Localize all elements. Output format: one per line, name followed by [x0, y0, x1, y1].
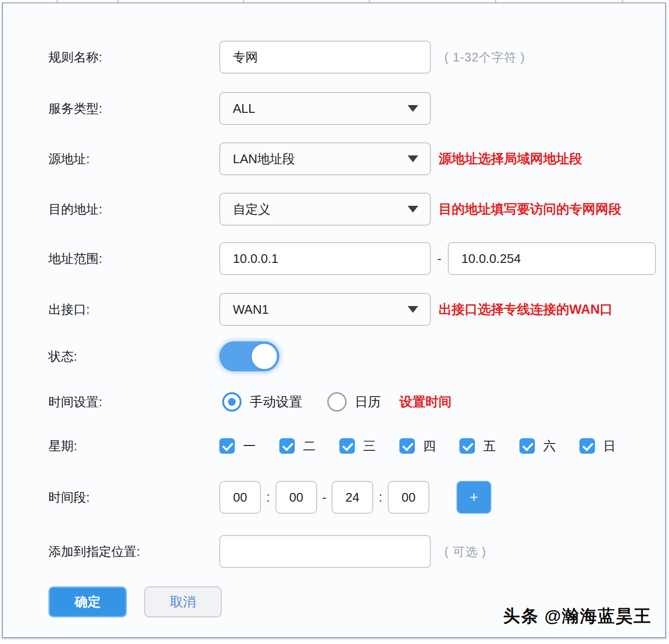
weekday-checkbox-label[interactable]: 四: [423, 438, 436, 455]
source-address-value: LAN地址段: [233, 151, 295, 168]
address-range-end-input[interactable]: [448, 242, 656, 275]
out-interface-value: WAN1: [233, 302, 269, 317]
status-label: 状态:: [48, 348, 219, 365]
start-hour-input[interactable]: [219, 481, 261, 514]
address-range-start-input[interactable]: [219, 242, 431, 275]
dest-address-value: 自定义: [233, 201, 271, 218]
dest-address-select[interactable]: 自定义: [219, 193, 431, 226]
time-range-label: 时间段:: [48, 489, 219, 506]
out-interface-select[interactable]: WAN1: [219, 293, 431, 326]
weekday-item: 一: [219, 438, 256, 455]
source-address-label: 源地址:: [48, 151, 219, 168]
weekday-checkbox-label[interactable]: 二: [303, 438, 316, 455]
time-setting-label: 时间设置:: [48, 394, 219, 411]
time-range-row: 时间段: : - : +: [48, 481, 491, 514]
toggle-knob: [250, 342, 278, 370]
calendar-time-radio-label[interactable]: 日历: [355, 393, 381, 411]
service-type-row: 服务类型: ALL: [48, 92, 431, 125]
rule-name-input[interactable]: [219, 41, 431, 74]
chevron-down-icon: [408, 306, 418, 313]
start-minute-input[interactable]: [275, 481, 317, 514]
position-input[interactable]: [219, 535, 431, 568]
weekday-checkbox-mon[interactable]: [219, 438, 235, 454]
time-colon: :: [373, 490, 388, 505]
position-label: 添加到指定位置:: [48, 543, 219, 560]
address-range-row: 地址范围: -: [48, 242, 656, 275]
rule-name-hint: ( 1-32个字符 ): [444, 49, 525, 65]
time-dash: -: [317, 490, 332, 505]
source-address-row: 源地址: LAN地址段 源地址选择局域网地址段: [48, 142, 582, 175]
weekday-checkbox-label[interactable]: 日: [603, 438, 616, 455]
weekday-checkbox-sat[interactable]: [519, 438, 535, 454]
weekday-item: 五: [459, 438, 496, 455]
weekday-checkbox-sun[interactable]: [579, 438, 595, 454]
add-rule-dialog: 规则名称: ( 1-32个字符 ) 服务类型: ALL 源地址: LAN地址段 …: [2, 2, 666, 638]
confirm-button[interactable]: 确定: [48, 586, 127, 617]
dest-address-label: 目的地址:: [48, 201, 219, 218]
manual-time-radio[interactable]: [222, 392, 242, 412]
time-colon: :: [261, 490, 275, 505]
end-minute-input[interactable]: [388, 481, 429, 514]
end-hour-input[interactable]: [332, 481, 373, 514]
weekday-row: 星期: 一 二 三 四 五 六 日: [48, 438, 639, 454]
weekday-checkbox-thu[interactable]: [399, 438, 415, 454]
dest-address-note: 目的地址填写要访问的专网网段: [439, 200, 622, 218]
weekday-checkbox-label[interactable]: 一: [243, 438, 256, 455]
address-range-separator: -: [431, 251, 448, 266]
service-type-label: 服务类型:: [48, 100, 219, 117]
service-type-value: ALL: [233, 101, 255, 116]
address-range-label: 地址范围:: [48, 250, 219, 267]
position-row: 添加到指定位置: ( 可选 ): [48, 535, 487, 568]
status-toggle[interactable]: [219, 341, 279, 371]
weekday-item: 三: [339, 438, 376, 455]
weekday-checkbox-tue[interactable]: [279, 438, 295, 454]
rule-name-label: 规则名称:: [48, 49, 219, 66]
weekday-item: 六: [519, 438, 556, 455]
service-type-select[interactable]: ALL: [219, 92, 431, 125]
time-setting-row: 时间设置: 手动设置 日历 设置时间: [48, 392, 452, 412]
weekday-item: 四: [399, 438, 436, 455]
out-interface-note: 出接口选择专线连接的WAN口: [439, 301, 613, 318]
weekday-checkbox-label[interactable]: 三: [363, 438, 376, 455]
time-setting-note: 设置时间: [399, 393, 452, 411]
action-buttons-row: 确定 取消: [48, 586, 222, 617]
weekday-item: 日: [579, 438, 616, 455]
weekday-label: 星期:: [48, 438, 219, 455]
add-time-range-button[interactable]: +: [456, 481, 491, 514]
plus-icon: +: [470, 489, 478, 506]
manual-time-radio-label[interactable]: 手动设置: [250, 393, 302, 411]
chevron-down-icon: [408, 206, 418, 213]
weekday-item: 二: [279, 438, 316, 455]
out-interface-label: 出接口:: [48, 301, 219, 318]
weekday-checkbox-label[interactable]: 五: [483, 438, 496, 455]
source-address-note: 源地址选择局域网地址段: [439, 150, 582, 168]
weekday-checkbox-wed[interactable]: [339, 438, 355, 454]
page: { "colors": { "accent": "#3b98ec", "note…: [0, 0, 669, 644]
chevron-down-icon: [408, 155, 418, 162]
rule-name-row: 规则名称: ( 1-32个字符 ): [48, 41, 525, 74]
watermark: 头条 @瀚海蓝昊王: [503, 605, 652, 628]
status-row: 状态:: [48, 341, 279, 371]
chevron-down-icon: [408, 105, 418, 112]
dest-address-row: 目的地址: 自定义 目的地址填写要访问的专网网段: [48, 193, 622, 226]
calendar-time-radio[interactable]: [327, 392, 347, 412]
weekday-checkbox-fri[interactable]: [459, 438, 475, 454]
position-hint: ( 可选 ): [444, 544, 487, 560]
out-interface-row: 出接口: WAN1 出接口选择专线连接的WAN口: [48, 293, 613, 326]
cancel-button[interactable]: 取消: [144, 586, 222, 617]
weekday-checkbox-label[interactable]: 六: [543, 438, 556, 455]
source-address-select[interactable]: LAN地址段: [219, 142, 431, 175]
